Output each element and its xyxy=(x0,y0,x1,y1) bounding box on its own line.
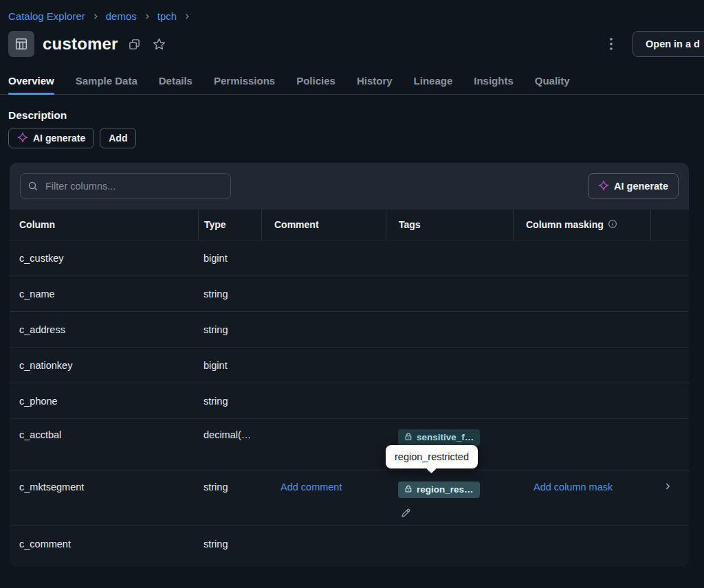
table-row-c-acctbal[interactable]: c_acctbal decimal(… sensitive_f… region_… xyxy=(10,418,689,471)
header-tags: Tags xyxy=(386,210,513,240)
tab-history[interactable]: History xyxy=(357,69,393,94)
info-icon[interactable] xyxy=(608,219,617,231)
tag-tooltip: region_restricted xyxy=(386,445,478,468)
table-row-c-comment[interactable]: c_comment string xyxy=(10,525,689,561)
ai-generate-label: AI generate xyxy=(614,181,668,192)
filter-columns-input[interactable] xyxy=(20,173,231,199)
column-masking-cell: Add column mask xyxy=(513,471,650,493)
ai-generate-comments-button[interactable]: AI generate xyxy=(588,173,679,199)
tab-permissions[interactable]: Permissions xyxy=(214,69,275,94)
column-type: string xyxy=(198,289,261,299)
header-actions xyxy=(650,210,689,240)
table-row-c-address[interactable]: c_address string xyxy=(10,311,689,347)
tags-cell: region_res… xyxy=(386,471,513,521)
chevron-right-icon xyxy=(183,12,191,21)
tab-sample-data[interactable]: Sample Data xyxy=(76,69,138,94)
columns-toolbar: AI generate xyxy=(10,163,689,210)
table-row-c-mktsegment[interactable]: c_mktsegment string Add comment region_r… xyxy=(10,471,689,525)
column-type: string xyxy=(198,471,261,493)
lock-icon xyxy=(404,484,412,495)
add-label: Add xyxy=(109,133,127,144)
page-title: customer xyxy=(43,34,118,54)
star-icon[interactable] xyxy=(151,36,168,53)
header-column: Column xyxy=(10,210,198,240)
column-name: c_custkey xyxy=(10,253,198,264)
open-in-button[interactable]: Open in a d xyxy=(632,31,704,57)
add-column-mask-link[interactable]: Add column mask xyxy=(534,482,613,493)
breadcrumb-demos[interactable]: demos xyxy=(106,10,137,22)
tab-overview[interactable]: Overview xyxy=(8,69,54,94)
lock-icon xyxy=(404,432,412,443)
column-type: string xyxy=(198,539,261,550)
column-type: bigint xyxy=(198,253,261,264)
tab-bar: Overview Sample Data Details Permissions… xyxy=(0,69,704,95)
tag-label: sensitive_f… xyxy=(417,433,474,442)
tag-chip-region[interactable]: region_res… xyxy=(398,482,480,498)
add-description-button[interactable]: Add xyxy=(100,128,136,148)
column-name: c_acctbal xyxy=(10,419,198,440)
header-type: Type xyxy=(198,210,261,240)
column-name: c_mktsegment xyxy=(10,471,198,493)
ai-generate-label: AI generate xyxy=(33,133,85,144)
description-heading: Description xyxy=(8,109,67,122)
breadcrumb-catalog-explorer[interactable]: Catalog Explorer xyxy=(8,10,85,22)
tag-chip-sensitive[interactable]: sensitive_f… xyxy=(398,429,480,446)
column-name: c_address xyxy=(10,324,198,335)
edit-tags-pencil-icon[interactable] xyxy=(399,507,412,521)
table-row-c-name[interactable]: c_name string xyxy=(10,275,689,311)
add-comment-link[interactable]: Add comment xyxy=(280,482,342,493)
kebab-menu-icon[interactable] xyxy=(604,34,619,54)
chevron-right-icon xyxy=(91,12,100,21)
header-comment: Comment xyxy=(261,210,386,240)
breadcrumb: Catalog Explorer demos tpch xyxy=(8,10,191,22)
chevron-right-icon xyxy=(143,12,151,21)
tab-insights[interactable]: Insights xyxy=(474,69,514,94)
table-icon xyxy=(8,31,34,57)
tags-cell: sensitive_f… region_restricted xyxy=(386,419,513,446)
table-row-c-phone[interactable]: c_phone string xyxy=(10,383,689,418)
table-row-c-custkey[interactable]: c_custkey bigint xyxy=(10,240,689,275)
ai-generate-description-button[interactable]: AI generate xyxy=(8,128,94,148)
table-header-row: Column Type Comment Tags Column masking xyxy=(10,210,689,240)
tab-details[interactable]: Details xyxy=(159,69,192,94)
header-column-masking: Column masking xyxy=(513,210,650,240)
table-row-c-nationkey[interactable]: c_nationkey bigint xyxy=(10,347,689,383)
column-type: decimal(… xyxy=(198,419,261,440)
tab-lineage[interactable]: Lineage xyxy=(414,69,453,94)
column-name: c_comment xyxy=(10,539,198,550)
column-name: c_phone xyxy=(10,396,198,407)
comment-cell: Add comment xyxy=(261,471,386,493)
columns-table: Column Type Comment Tags Column masking … xyxy=(10,210,689,567)
sparkle-icon xyxy=(598,180,609,193)
column-type: string xyxy=(198,396,261,407)
page-header: customer xyxy=(8,30,168,58)
column-name: c_nationkey xyxy=(10,360,198,371)
filter-wrap xyxy=(20,173,231,199)
row-chevron-icon[interactable] xyxy=(650,471,689,491)
column-name: c_name xyxy=(10,289,198,299)
copy-icon[interactable] xyxy=(126,36,142,52)
column-type: string xyxy=(198,324,261,335)
column-type: bigint xyxy=(198,360,261,371)
sparkle-icon xyxy=(17,132,28,145)
tab-quality[interactable]: Quality xyxy=(535,69,570,94)
breadcrumb-tpch[interactable]: tpch xyxy=(157,10,177,22)
columns-card: AI generate Column Type Comment Tags Col… xyxy=(10,163,689,567)
tab-policies[interactable]: Policies xyxy=(296,69,336,94)
tag-label: region_res… xyxy=(417,485,474,495)
description-actions: AI generate Add xyxy=(8,128,136,148)
